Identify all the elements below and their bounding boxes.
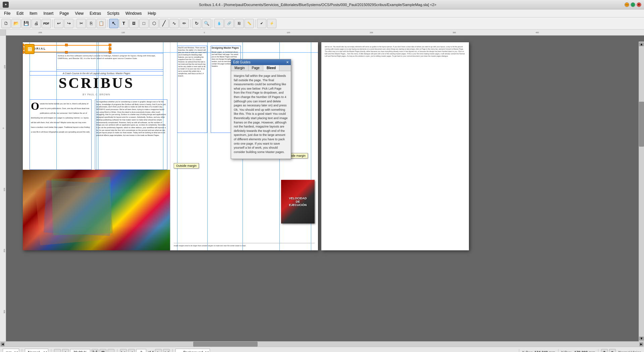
- text-tool[interactable]: T: [119, 19, 128, 28]
- window-title: Scribus 1.4.4 - [/home/paul/Documents/Se…: [11, 3, 625, 7]
- margin-tab[interactable]: Margin: [231, 65, 249, 71]
- link-frames-tool[interactable]: 🔗: [224, 19, 234, 28]
- freehand-tool[interactable]: ✏: [179, 19, 189, 28]
- redo-button[interactable]: ↪: [64, 19, 73, 28]
- status-bar: mm in pt Normal Preview − + 1:1 ⊠ ↔ |◄ ◄…: [0, 347, 644, 352]
- open-button[interactable]: 📂: [11, 19, 21, 28]
- body-col1-frame[interactable]: O utside the techie bubble you are live …: [30, 99, 92, 170]
- separator-2: [75, 19, 75, 28]
- scroll-thumb[interactable]: [639, 102, 644, 147]
- prev-page-button[interactable]: ◄: [128, 349, 135, 352]
- zoom-in-small-button[interactable]: +: [62, 349, 69, 352]
- pdf-button[interactable]: PDF: [42, 19, 51, 28]
- byline-frame: BY PAUL C. BROWN: [30, 93, 163, 96]
- bezier-tool[interactable]: ∿: [169, 19, 179, 28]
- scroll-down-button[interactable]: ▼: [639, 337, 644, 341]
- menu-page[interactable]: Page: [57, 10, 71, 16]
- horizontal-scrollbar[interactable]: ◄ ►: [0, 341, 644, 347]
- vertical-ruler: -100 0 100 200 300: [0, 30, 6, 341]
- maximize-button[interactable]: □: [631, 2, 635, 7]
- menu-windows[interactable]: Windows: [123, 10, 145, 16]
- first-page-button[interactable]: |◄: [120, 349, 127, 352]
- next-page-button[interactable]: ►: [155, 349, 162, 352]
- measure-tool[interactable]: 📏: [245, 19, 254, 28]
- line-tool[interactable]: ╱: [159, 19, 169, 28]
- save-button[interactable]: 💾: [21, 19, 31, 28]
- h-scroll-thumb[interactable]: [193, 342, 258, 347]
- eyedropper-tool[interactable]: 💧: [214, 19, 224, 28]
- canvas-area[interactable]: -200 -100 0 100 200 300 400: [6, 30, 644, 341]
- select-tool[interactable]: ↖: [109, 19, 118, 28]
- separator-1: [52, 19, 53, 28]
- menu-extras[interactable]: Extras: [87, 10, 104, 16]
- outside-margin-label: Outside margin: [174, 163, 199, 168]
- zoom-fit-width-button[interactable]: ↔: [108, 349, 114, 352]
- intro-text-frame[interactable]: Scribus is the free software community's…: [56, 53, 163, 70]
- handle-tr: [109, 44, 111, 46]
- tutorial-frame[interactable]: TUTORIAL: [23, 45, 110, 52]
- view-mode-selector[interactable]: Normal Preview: [25, 349, 48, 352]
- scroll-up-button[interactable]: ▲: [639, 42, 644, 46]
- undo-button[interactable]: ↩: [54, 19, 63, 28]
- right-spread: and so on. You would also lay out empty …: [321, 42, 469, 250]
- handle-tc: [65, 44, 68, 46]
- menu-scripts[interactable]: Scripts: [104, 10, 122, 16]
- app-icon: ✦: [3, 2, 9, 8]
- vertical-scrollbar[interactable]: ▲ ▼: [639, 42, 644, 341]
- handle-ml: [23, 47, 24, 50]
- menu-item[interactable]: Item: [27, 10, 40, 16]
- current-page-input[interactable]: [136, 349, 146, 352]
- menu-help[interactable]: Help: [145, 10, 159, 16]
- zoom-fit-button[interactable]: ⊠: [100, 349, 106, 352]
- image-frame-tool[interactable]: 🖼: [129, 19, 139, 28]
- sep3: [117, 349, 117, 352]
- image-frame-icon[interactable]: ⊞: [24, 44, 35, 54]
- preflight-button[interactable]: ✔: [257, 19, 266, 28]
- shape-tool[interactable]: □: [139, 19, 149, 28]
- right-col1-frame[interactable]: MacOS and Windows. There are two branche…: [177, 46, 207, 133]
- menu-edit[interactable]: Edit: [14, 10, 26, 16]
- cut-button[interactable]: ✂: [76, 19, 86, 28]
- scroll-right-button[interactable]: ►: [639, 342, 643, 346]
- eye-icon[interactable]: 👁: [601, 349, 608, 352]
- minimize-button[interactable]: —: [625, 2, 629, 7]
- menu-insert[interactable]: Insert: [41, 10, 56, 16]
- vision-mode-icon[interactable]: ◉: [609, 349, 616, 352]
- view-icons: 👁 ◉: [601, 349, 616, 352]
- body-col2-text: So regardless whether you're considering…: [95, 100, 167, 138]
- menu-view[interactable]: View: [72, 10, 86, 16]
- sep2: [51, 349, 51, 352]
- print-button[interactable]: 🖨: [32, 19, 41, 28]
- dialog-title-bar[interactable]: Edit Guides ✕: [231, 59, 291, 65]
- new-button[interactable]: 🗋: [1, 19, 11, 28]
- document-canvas[interactable]: TUTORIAL ⊞ Scribus is the free software …: [6, 36, 644, 341]
- horizontal-ruler: -200 -100 0 100 200 300 400: [6, 30, 644, 36]
- body-col2-frame[interactable]: So regardless whether you're considering…: [95, 99, 167, 170]
- unit-selector[interactable]: mm in pt: [3, 349, 19, 352]
- dialog-close-icon[interactable]: ✕: [286, 60, 289, 64]
- copy-button[interactable]: ⎘: [87, 19, 96, 28]
- close-button[interactable]: ✕: [637, 2, 641, 7]
- r-col-guide-1: [207, 42, 208, 250]
- col4-heading: Designing Master Pages: [211, 46, 240, 50]
- zoom-level-input[interactable]: [70, 349, 90, 352]
- paste-button[interactable]: 📋: [97, 19, 106, 28]
- zoom-out-small-button[interactable]: −: [54, 349, 61, 352]
- menu-file[interactable]: File: [1, 10, 13, 16]
- polygon-tool[interactable]: ⬡: [149, 19, 159, 28]
- zoom-tool[interactable]: 🔍: [202, 19, 211, 28]
- zoom-actual-button[interactable]: 1:1: [92, 349, 98, 352]
- unlink-frames-tool[interactable]: ⛓: [234, 19, 244, 28]
- bleed-tab[interactable]: Bleed: [263, 65, 279, 71]
- page-spread: TUTORIAL ⊞ Scribus is the free software …: [23, 42, 318, 250]
- rotate-tool[interactable]: ↻: [192, 19, 201, 28]
- page-count-label: of 4: [148, 350, 154, 352]
- last-page-button[interactable]: ►|: [163, 349, 170, 352]
- margin-bleed-dialog[interactable]: Edit Guides ✕ Margin Page Bleed Margins …: [231, 59, 291, 159]
- hyphenation-button[interactable]: ⚡: [267, 19, 276, 28]
- scroll-left-button[interactable]: ◄: [1, 342, 5, 346]
- layer-selector[interactable]: ▬ Background: [175, 349, 210, 352]
- handle-bl: [23, 51, 24, 54]
- sep4: [172, 349, 173, 352]
- page-tab[interactable]: Page: [249, 65, 263, 71]
